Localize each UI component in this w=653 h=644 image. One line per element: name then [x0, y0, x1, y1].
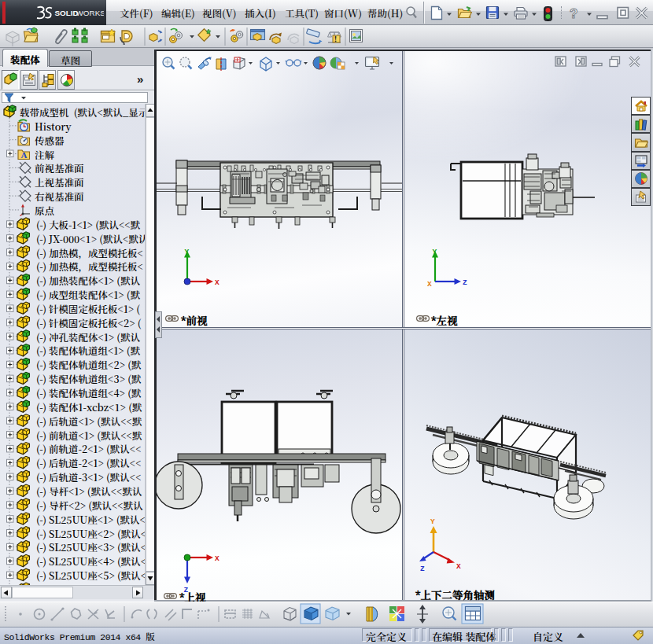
svg-text:?: ?: [570, 6, 577, 20]
svg-text:Y: Y: [430, 517, 435, 526]
svg-text:Z: Z: [420, 565, 425, 572]
svg-text:Y: Y: [185, 248, 190, 256]
svg-text:X: X: [456, 562, 461, 571]
svg-text:SOLID: SOLID: [55, 9, 79, 17]
svg-text:X: X: [215, 278, 220, 287]
svg-text:Y: Y: [433, 248, 437, 256]
svg-text:WORKS: WORKS: [76, 9, 105, 17]
svg-text:!: !: [334, 34, 337, 44]
svg-text:X: X: [427, 280, 432, 288]
svg-text:Z: Z: [463, 278, 467, 287]
svg-text:A: A: [21, 150, 28, 160]
svg-text:X: X: [215, 554, 220, 563]
